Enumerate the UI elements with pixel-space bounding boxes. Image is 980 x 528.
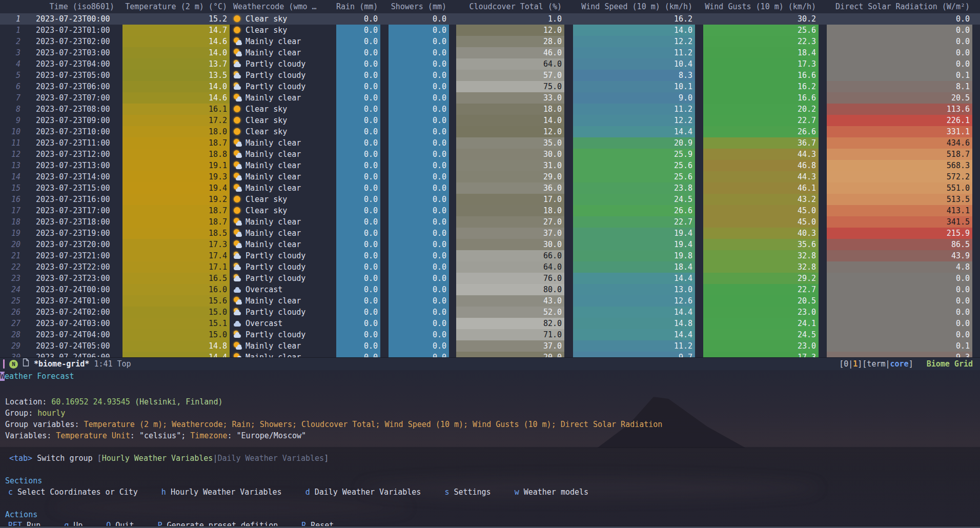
cell-time[interactable]: 2023-07-23T07:00: [26, 92, 117, 104]
cell-cloudcover[interactable]: 31.0: [456, 160, 564, 171]
cell-rain[interactable]: 0.0: [336, 250, 380, 261]
cell-showers[interactable]: 0.0: [389, 160, 449, 171]
menu-item-daily-variables[interactable]: dDaily Weather Variables: [305, 486, 421, 498]
cell-solar[interactable]: 226.1: [827, 115, 972, 126]
table-row[interactable]: 242023-07-24T00:0016.0Overcast0.00.080.0…: [0, 284, 980, 295]
cell-weather[interactable]: Clear sky: [230, 115, 336, 126]
cell-showers[interactable]: 0.0: [389, 171, 449, 182]
cell-solar[interactable]: 0.0: [827, 47, 972, 58]
cell-weather[interactable]: Mainly clear: [230, 216, 336, 228]
cell-showers[interactable]: 0.0: [389, 13, 449, 25]
cell-time[interactable]: 2023-07-24T03:00: [26, 318, 117, 329]
table-row[interactable]: 72023-07-23T07:0014.6Mainly clear0.00.03…: [0, 92, 980, 104]
cell-rain[interactable]: 0.0: [336, 92, 380, 104]
cell-solar[interactable]: 0.0: [827, 273, 972, 284]
cell-temperature[interactable]: 19.3: [122, 171, 230, 182]
cell-weather[interactable]: Mainly clear: [230, 47, 336, 58]
table-row[interactable]: 12023-07-23T01:0014.7Clear sky0.00.012.0…: [0, 25, 980, 36]
cell-solar[interactable]: 0.0: [827, 25, 972, 36]
table-row[interactable]: 162023-07-23T16:0019.2Clear sky0.00.017.…: [0, 194, 980, 205]
cell-cloudcover[interactable]: 71.0: [456, 329, 564, 340]
cell-rain[interactable]: 0.0: [336, 70, 380, 81]
cell-temperature[interactable]: 19.1: [122, 160, 230, 171]
cell-solar[interactable]: 0.0: [827, 13, 972, 25]
cell-time[interactable]: 2023-07-23T19:00: [26, 228, 117, 239]
cell-solar[interactable]: 0.0: [827, 295, 972, 307]
cell-showers[interactable]: 0.0: [389, 329, 449, 340]
cell-solar[interactable]: 86.5: [827, 239, 972, 250]
cell-cloudcover[interactable]: 27.0: [456, 216, 564, 228]
cell-wind_speed[interactable]: 25.9: [573, 149, 695, 160]
cell-time[interactable]: 2023-07-23T03:00: [26, 47, 117, 58]
cell-wind_gusts[interactable]: 32.8: [703, 261, 819, 273]
cell-cloudcover[interactable]: 46.0: [456, 47, 564, 58]
cell-rain[interactable]: 0.0: [336, 273, 380, 284]
cell-weather[interactable]: Mainly clear: [230, 352, 336, 357]
cell-wind_gusts[interactable]: 44.3: [703, 149, 819, 160]
cell-wind_gusts[interactable]: 46.1: [703, 182, 819, 194]
cell-temperature[interactable]: 13.5: [122, 70, 230, 81]
location-coords[interactable]: 60.16952 24.93545: [51, 397, 135, 407]
cell-time[interactable]: 2023-07-23T20:00: [26, 239, 117, 250]
table-row[interactable]: 282023-07-24T04:0015.0Partly cloudy0.00.…: [0, 329, 980, 340]
cell-time[interactable]: 2023-07-23T11:00: [26, 137, 117, 149]
table-row[interactable]: 132023-07-23T13:0019.1Mainly clear0.00.0…: [0, 160, 980, 171]
cell-time[interactable]: 2023-07-23T06:00: [26, 81, 117, 92]
cell-rain[interactable]: 0.0: [336, 25, 380, 36]
cell-showers[interactable]: 0.0: [389, 239, 449, 250]
cell-cloudcover[interactable]: 33.0: [456, 92, 564, 104]
cell-showers[interactable]: 0.0: [389, 81, 449, 92]
cell-temperature[interactable]: 16.1: [122, 104, 230, 115]
menu-item-select-coordinates[interactable]: cSelect Coordinates or City: [8, 486, 138, 498]
header-showers[interactable]: Showers (mm): [389, 0, 449, 13]
cell-time[interactable]: 2023-07-23T04:00: [26, 58, 117, 70]
table-row[interactable]: 272023-07-24T03:0015.1Overcast0.00.082.0…: [0, 318, 980, 329]
cell-weather[interactable]: Partly cloudy: [230, 273, 336, 284]
cell-time[interactable]: 2023-07-23T02:00: [26, 36, 117, 47]
cell-wind_gusts[interactable]: 16.6: [703, 70, 819, 81]
cell-rain[interactable]: 0.0: [336, 295, 380, 307]
cell-showers[interactable]: 0.0: [389, 307, 449, 318]
cell-rain[interactable]: 0.0: [336, 182, 380, 194]
major-mode-name[interactable]: Biome Grid: [927, 358, 973, 370]
cell-cloudcover[interactable]: 64.0: [456, 261, 564, 273]
table-row[interactable]: 52023-07-23T05:0013.5Partly cloudy0.00.0…: [0, 70, 980, 81]
table-row[interactable]: 122023-07-23T12:0018.8Mainly clear0.00.0…: [0, 149, 980, 160]
cell-wind_speed[interactable]: 24.5: [573, 194, 695, 205]
cell-weather[interactable]: Mainly clear: [230, 182, 336, 194]
cell-wind_gusts[interactable]: 24.5: [703, 329, 819, 340]
cell-rain[interactable]: 0.0: [336, 149, 380, 160]
cell-solar[interactable]: 4.8: [827, 261, 972, 273]
cell-rain[interactable]: 0.0: [336, 13, 380, 25]
cell-solar[interactable]: 572.2: [827, 171, 972, 182]
cell-time[interactable]: 2023-07-24T02:00: [26, 307, 117, 318]
switch-group-line[interactable]: <tab> Switch group [Hourly Weather Varia…: [0, 453, 980, 464]
cell-showers[interactable]: 0.0: [389, 92, 449, 104]
cell-weather[interactable]: Overcast: [230, 318, 336, 329]
cell-cloudcover[interactable]: 52.0: [456, 307, 564, 318]
cell-rain[interactable]: 0.0: [336, 47, 380, 58]
cell-showers[interactable]: 0.0: [389, 25, 449, 36]
cell-solar[interactable]: 0.1: [827, 70, 972, 81]
cell-cloudcover[interactable]: 35.0: [456, 137, 564, 149]
cell-temperature[interactable]: 16.5: [122, 273, 230, 284]
cell-temperature[interactable]: 13.7: [122, 58, 230, 70]
cell-wind_gusts[interactable]: 46.8: [703, 160, 819, 171]
cell-temperature[interactable]: 14.0: [122, 47, 230, 58]
cell-time[interactable]: 2023-07-23T10:00: [26, 126, 117, 137]
table-row[interactable]: 202023-07-23T20:0017.3Mainly clear0.00.0…: [0, 239, 980, 250]
cell-cloudcover[interactable]: 64.0: [456, 58, 564, 70]
cell-showers[interactable]: 0.0: [389, 70, 449, 81]
cell-solar[interactable]: 0.0: [827, 58, 972, 70]
header-wind_gusts[interactable]: Wind Gusts (10 m) (km/h): [703, 0, 819, 13]
cell-time[interactable]: 2023-07-23T14:00: [26, 171, 117, 182]
cell-temperature[interactable]: 19.4: [122, 182, 230, 194]
cell-temperature[interactable]: 14.4: [122, 352, 230, 357]
cell-temperature[interactable]: 18.7: [122, 205, 230, 216]
cell-temperature[interactable]: 15.0: [122, 307, 230, 318]
cell-solar[interactable]: 113.6: [827, 104, 972, 115]
cell-showers[interactable]: 0.0: [389, 318, 449, 329]
header-solar[interactable]: Direct Solar Radiation (W/m²): [827, 0, 972, 13]
cell-temperature[interactable]: 14.6: [122, 36, 230, 47]
cell-showers[interactable]: 0.0: [389, 149, 449, 160]
